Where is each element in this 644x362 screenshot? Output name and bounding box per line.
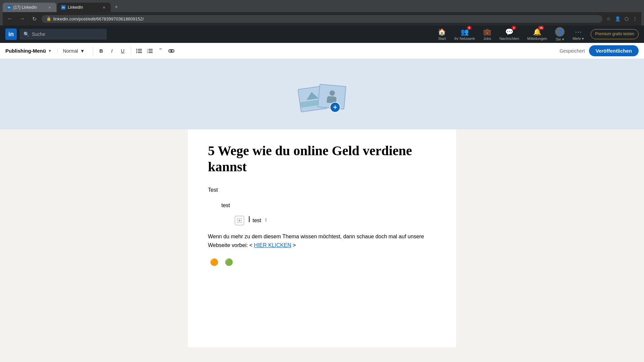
- toolbar-right: Gespeichert Veröffentlichen: [559, 45, 639, 56]
- browser-tab-2[interactable]: in LinkedIn ✕: [57, 3, 111, 12]
- bold-button[interactable]: B: [96, 46, 107, 56]
- article-paragraph-3[interactable]: test I: [235, 216, 436, 226]
- avatar: 👤: [555, 27, 565, 37]
- home-icon: 🏠: [438, 28, 446, 36]
- linkedin-navbar: in 🔍 Suche 🏠 Start 👥8 Ihr Netzwerk 💼 Job…: [0, 25, 644, 43]
- nav-item-network[interactable]: 👥8 Ihr Netzwerk: [450, 25, 479, 43]
- unordered-list-button[interactable]: [134, 46, 145, 56]
- network-icon: 👥8: [461, 28, 469, 36]
- ordered-list-button[interactable]: 1.2.3.: [145, 46, 155, 56]
- cover-placeholder: +: [295, 72, 349, 116]
- emoji-green[interactable]: 🟢: [223, 256, 235, 268]
- svg-rect-0: [138, 49, 142, 50]
- publishing-menu-arrow: ▼: [48, 49, 52, 53]
- search-bar[interactable]: 🔍 Suche: [19, 29, 107, 40]
- editor-area: + 5 Wege wie du online Geld verdiene kan…: [0, 59, 644, 354]
- tab-label-2: LinkedIn: [68, 5, 83, 10]
- article-paragraph-1[interactable]: Test: [208, 186, 436, 194]
- tab-close-1[interactable]: ✕: [47, 5, 52, 10]
- article-title[interactable]: 5 Wege wie du online Geld verdiene kanns…: [208, 143, 436, 175]
- back-button[interactable]: ←: [5, 14, 15, 23]
- tab-label-1: (17) LinkedIn: [13, 5, 37, 10]
- linkedin-logo[interactable]: in: [5, 28, 17, 40]
- toolbar-divider-2: [131, 47, 131, 55]
- lock-icon: 🔒: [46, 16, 51, 21]
- svg-point-3: [136, 49, 137, 50]
- paragraph-4-text: Wenn du mehr zu dem diesem Thema wissen …: [208, 234, 424, 248]
- link-button[interactable]: [166, 46, 177, 56]
- tab-favicon-1: in: [7, 5, 11, 10]
- svg-rect-6: [149, 49, 153, 50]
- publishing-menu-dropdown[interactable]: Publishing-Menü ▼: [5, 48, 58, 54]
- add-cover-image-button[interactable]: +: [330, 102, 340, 113]
- tab-close-2[interactable]: ✕: [101, 5, 107, 10]
- profile-icon[interactable]: 👤: [613, 15, 622, 23]
- browser-tab-1[interactable]: in (17) LinkedIn ✕: [3, 3, 56, 12]
- svg-rect-1: [138, 51, 142, 51]
- svg-rect-2: [138, 52, 142, 53]
- svg-point-5: [136, 52, 137, 53]
- publish-button[interactable]: Veröffentlichen: [589, 45, 639, 56]
- link-suffix: >: [291, 242, 296, 248]
- nav-item-sie[interactable]: 👤 Sie ▾: [551, 25, 569, 43]
- nav-label-nachrichten: Nachrichten: [499, 37, 519, 41]
- format-dropdown[interactable]: Normal ▼: [60, 47, 88, 55]
- paragraph-1-text: Test: [208, 187, 218, 193]
- grid-icon: ⋯: [575, 28, 582, 36]
- nav-item-mehr[interactable]: ⋯ Mehr ▾: [569, 25, 588, 43]
- forward-button[interactable]: →: [17, 14, 27, 23]
- format-label: Normal: [63, 48, 78, 54]
- jobs-icon: 💼: [483, 28, 491, 36]
- premium-button[interactable]: Premium gratis testen: [591, 29, 639, 39]
- browser-tabs: in (17) LinkedIn ✕ in LinkedIn ✕ +: [3, 2, 641, 12]
- nav-items: 🏠 Start 👥8 Ihr Netzwerk 💼 Jobs 💬2 Nachri…: [434, 25, 639, 43]
- nav-label-start: Start: [438, 37, 446, 41]
- emoji-orange[interactable]: 🟠: [208, 256, 220, 268]
- messages-icon: 💬2: [505, 28, 514, 36]
- reload-button[interactable]: ↻: [30, 14, 39, 23]
- nachrichten-badge: 2: [512, 26, 516, 30]
- nav-item-nachrichten[interactable]: 💬2 Nachrichten: [495, 25, 523, 43]
- nav-item-mitteilungen[interactable]: 🔔15 Mitteilungen: [523, 25, 551, 43]
- svg-rect-8: [149, 52, 153, 53]
- svg-text:3.: 3.: [147, 52, 148, 54]
- bell-icon: 🔔15: [533, 28, 541, 36]
- nav-label-jobs: Jobs: [483, 37, 491, 41]
- svg-point-4: [136, 50, 137, 51]
- nav-item-start[interactable]: 🏠 Start: [434, 25, 450, 43]
- cursor-indicator: I: [265, 216, 267, 224]
- cover-image-area[interactable]: +: [0, 59, 644, 129]
- saved-label: Gespeichert: [559, 48, 585, 54]
- star-icon[interactable]: ☆: [605, 15, 612, 23]
- extensions-icon[interactable]: ⬡: [623, 15, 630, 23]
- italic-button[interactable]: I: [107, 46, 117, 56]
- text-cursor: [249, 216, 250, 222]
- quote-button[interactable]: ": [155, 46, 166, 56]
- article-paragraph-4[interactable]: Wenn du mehr zu dem diesem Thema wissen …: [208, 232, 436, 249]
- menu-icon[interactable]: ⋮: [631, 15, 639, 23]
- format-arrow: ▼: [80, 48, 85, 54]
- emoji-row: 🟠 🟢: [208, 256, 436, 268]
- nav-label-mehr: Mehr ▾: [573, 37, 584, 41]
- new-tab-button[interactable]: +: [111, 2, 121, 12]
- nav-label-network: Ihr Netzwerk: [454, 37, 475, 41]
- browser-actions: ☆ 👤 ⬡ ⋮: [605, 15, 639, 23]
- hier-klicken-link[interactable]: HIER KLICKEN: [254, 242, 291, 248]
- nav-label-sie: Sie ▾: [556, 37, 564, 42]
- url-text: linkedin.com/post/edit/66783997036186091…: [53, 16, 144, 21]
- search-icon: 🔍: [23, 32, 29, 37]
- article-paragraph-2[interactable]: test: [221, 201, 436, 210]
- add-block-button[interactable]: [235, 216, 244, 225]
- search-placeholder: Suche: [32, 32, 45, 37]
- nav-item-jobs[interactable]: 💼 Jobs: [479, 25, 495, 43]
- nav-label-mitteilungen: Mitteilungen: [527, 37, 547, 41]
- publishing-menu-label: Publishing-Menü: [5, 48, 46, 54]
- article-content: 5 Wege wie du online Geld verdiene kanns…: [188, 129, 456, 347]
- tab-favicon-2: in: [61, 5, 66, 10]
- underline-button[interactable]: U: [117, 46, 128, 56]
- paragraph-2-text: test: [221, 202, 230, 208]
- network-badge: 8: [467, 26, 472, 30]
- mitteilungen-badge: 15: [538, 26, 544, 30]
- browser-toolbar: ← → ↻ 🔒 linkedin.com/post/edit/667839970…: [3, 12, 641, 25]
- address-bar[interactable]: 🔒 linkedin.com/post/edit/667839970361860…: [42, 15, 602, 23]
